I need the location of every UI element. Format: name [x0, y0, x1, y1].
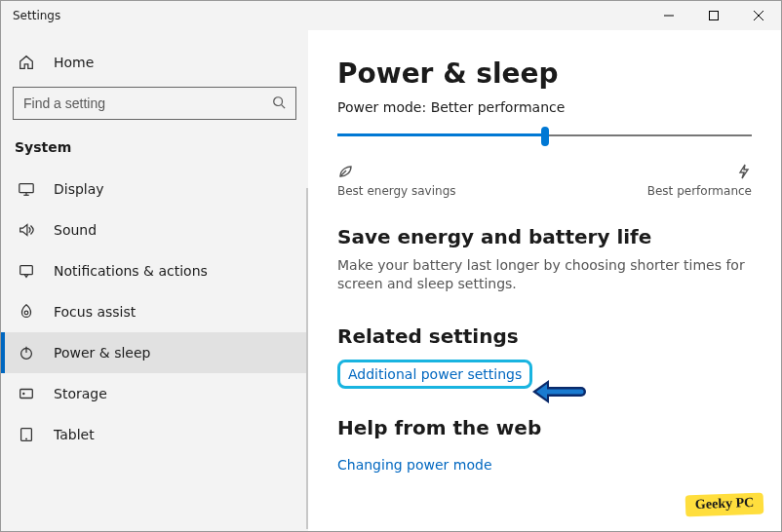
- settings-window: Settings Home: [0, 0, 782, 532]
- home-label: Home: [54, 55, 94, 70]
- focus-assist-icon: [17, 303, 36, 321]
- svg-rect-1: [710, 12, 719, 20]
- power-sleep-icon: [17, 344, 36, 361]
- home-nav[interactable]: Home: [1, 46, 308, 79]
- slider-labels: Best energy savings Best performance: [337, 164, 752, 198]
- svg-line-5: [282, 104, 286, 108]
- save-energy-body: Make your battery last longer by choosin…: [337, 256, 752, 293]
- sidebar: Home System DisplaySoundNotifications & …: [1, 30, 308, 531]
- search-box[interactable]: [13, 87, 296, 120]
- tablet-icon: [17, 426, 36, 443]
- window-title: Settings: [13, 9, 60, 22]
- window-body: Home System DisplaySoundNotifications & …: [1, 30, 781, 531]
- content-pane: Power & sleep Power mode: Better perform…: [308, 30, 781, 531]
- storage-icon: [17, 385, 36, 402]
- sidebar-item-label: Power & sleep: [54, 345, 150, 361]
- svg-point-4: [274, 96, 283, 105]
- sidebar-item-notifications[interactable]: Notifications & actions: [1, 250, 308, 291]
- lightning-icon: [736, 164, 752, 182]
- slider-label-left: Best energy savings: [337, 164, 456, 198]
- sidebar-item-display[interactable]: Display: [1, 169, 308, 209]
- search-icon: [272, 95, 286, 112]
- additional-power-settings-link[interactable]: Additional power settings: [348, 366, 522, 382]
- sidebar-item-label: Notifications & actions: [54, 263, 208, 279]
- maximize-button[interactable]: [691, 1, 736, 30]
- sidebar-item-label: Sound: [54, 222, 97, 238]
- save-energy-heading: Save energy and battery life: [337, 225, 752, 248]
- svg-point-10: [24, 311, 28, 315]
- display-icon: [17, 180, 36, 198]
- nav-list: DisplaySoundNotifications & actionsFocus…: [1, 169, 308, 531]
- power-mode-slider[interactable]: [337, 123, 752, 158]
- sidebar-item-label: Focus assist: [54, 304, 136, 320]
- annotation-highlight-box: Additional power settings: [337, 360, 532, 389]
- slider-track-filled: [337, 133, 545, 136]
- slider-thumb[interactable]: [541, 127, 549, 146]
- power-mode-label: Power mode: Better performance: [337, 99, 752, 115]
- slider-label-right: Best performance: [647, 164, 752, 198]
- section-label-system: System: [1, 133, 308, 169]
- search-input[interactable]: [23, 95, 272, 111]
- sidebar-item-power-sleep[interactable]: Power & sleep: [1, 332, 308, 373]
- sidebar-item-label: Tablet: [54, 427, 95, 442]
- svg-rect-6: [20, 184, 33, 193]
- minimize-button[interactable]: [646, 1, 691, 30]
- home-icon: [17, 54, 36, 71]
- svg-point-14: [23, 393, 24, 394]
- sidebar-item-storage[interactable]: Storage: [1, 373, 308, 414]
- slider-track-empty: [545, 134, 753, 136]
- sidebar-item-label: Display: [54, 181, 104, 197]
- selection-indicator: [1, 332, 5, 373]
- sidebar-item-sound[interactable]: Sound: [1, 209, 308, 250]
- watermark: Geeky PC: [685, 494, 763, 515]
- window-controls: [646, 1, 781, 30]
- sidebar-item-tablet[interactable]: Tablet: [1, 414, 308, 455]
- notifications-icon: [17, 262, 36, 280]
- svg-rect-13: [20, 390, 33, 399]
- sidebar-item-focus-assist[interactable]: Focus assist: [1, 291, 308, 332]
- sidebar-item-label: Storage: [54, 386, 107, 401]
- close-button[interactable]: [736, 1, 781, 30]
- changing-power-mode-link[interactable]: Changing power mode: [337, 457, 492, 473]
- svg-rect-9: [20, 266, 33, 275]
- titlebar: Settings: [1, 1, 781, 30]
- leaf-icon: [337, 164, 456, 182]
- related-settings-heading: Related settings: [337, 324, 752, 348]
- sound-icon: [17, 221, 36, 239]
- annotation-arrow: [528, 375, 586, 411]
- help-from-web-heading: Help from the web: [337, 416, 752, 439]
- page-title: Power & sleep: [337, 57, 752, 90]
